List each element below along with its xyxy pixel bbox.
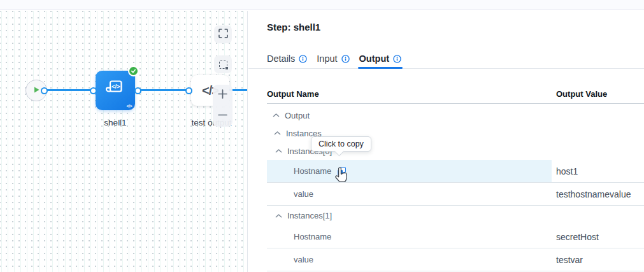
table-header: Output Name Output Value [267,85,644,104]
output-name: Instances[1] [287,211,332,220]
connector-port[interactable] [41,87,48,94]
tab-label: Details [267,54,295,64]
node-shell1[interactable]: </> </> [96,71,135,110]
connector-port[interactable] [134,87,141,94]
hand-cursor-icon [333,167,348,187]
play-icon [32,85,40,96]
zoom-in-button[interactable] [213,85,233,106]
svg-text:</>: </> [111,83,120,90]
tab-output[interactable]: Output [359,49,402,68]
output-row-value: valuetesthostnamevalue [267,183,644,206]
minus-icon [217,110,228,123]
output-value[interactable]: testvar [556,255,583,265]
expand-button[interactable] [214,25,232,43]
output-name: Hostname [294,166,331,176]
column-header-output-name: Output Name [267,89,319,99]
zoom-out-button[interactable] [213,106,233,127]
name-cell: Output [267,106,644,124]
workflow-canvas[interactable]: </> </> </> shell1 test output [0,11,248,272]
chevron-up-icon[interactable] [274,131,281,136]
output-name: Output [285,111,310,120]
output-name: value [294,255,313,264]
output-value[interactable]: testhostnamevalue [556,189,631,199]
node-label-shell1: shell1 [96,118,135,127]
code-icon: </> [126,104,132,108]
marquee-select-button[interactable] [214,55,232,73]
plus-icon [217,89,228,102]
info-icon [393,55,401,63]
connector-port[interactable] [185,87,192,94]
step-detail-panel: Step: shell1 DetailsInputOutput Output N… [248,11,644,272]
output-name: Hostname [294,232,331,241]
connector-port[interactable] [90,87,97,94]
name-cell: value [267,248,644,271]
output-row-value: valuetestvar [267,248,644,271]
page-title: Step: shell1 [267,22,320,32]
tab-bar: DetailsInputOutput [248,49,644,69]
marquee-select-icon [219,61,227,69]
output-value[interactable]: secretHost [556,232,599,242]
shell-script-icon: </> [104,78,127,103]
output-table: Output Name Output Value OutputInstances… [267,85,644,272]
info-icon [341,55,350,63]
column-header-output-value: Output Value [556,89,607,99]
name-cell: Hostname [267,160,644,182]
top-strip [0,0,644,10]
tooltip: Click to copy [311,136,371,152]
tree-group-row-output[interactable]: Output [267,106,644,124]
tab-input[interactable]: Input [317,49,349,68]
tree-group-row-instances-1-[interactable]: Instances[1] [267,206,644,225]
success-check-icon [128,66,139,76]
output-value[interactable]: host1 [556,166,578,176]
chevron-up-icon[interactable] [275,213,282,218]
output-table-rows: OutputInstancesInstances[0]Hostnamehost1… [267,106,644,271]
zoom-controls [213,85,233,127]
info-icon [299,55,307,63]
tab-details[interactable]: Details [267,49,307,68]
chevron-up-icon[interactable] [273,113,280,118]
output-row-hostname: Hostnamehost1 [267,160,644,183]
chevron-up-icon[interactable] [275,148,282,154]
output-row-hostname: HostnamesecretHost [267,225,644,248]
expand-icon [218,29,228,41]
output-name: value [294,189,313,199]
name-cell: Instances[1] [267,206,644,225]
tab-label: Input [317,54,337,64]
tab-label: Output [359,54,390,64]
